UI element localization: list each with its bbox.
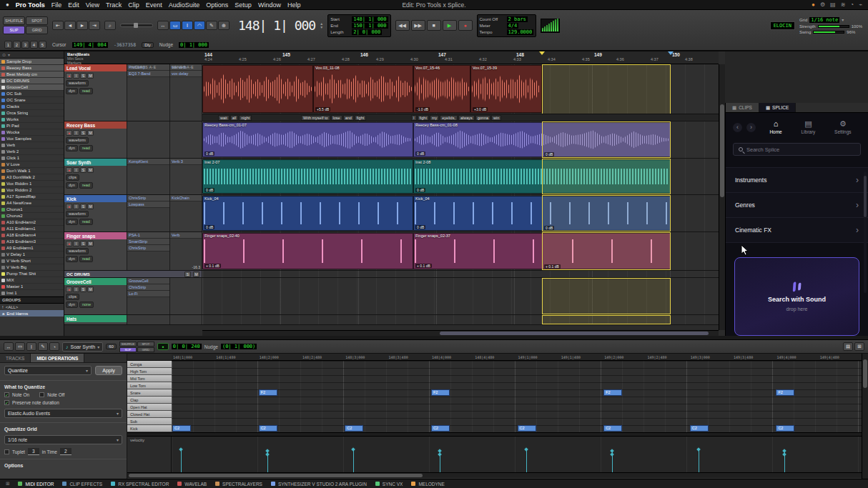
grid-caret-icon[interactable]: ▾: [842, 17, 844, 22]
insert-plugin[interactable]: SmartStrip: [127, 239, 169, 245]
automation-dyn[interactable]: dyn: [66, 219, 78, 225]
sidebar-track-chorus1[interactable]: Chorus1: [0, 206, 64, 213]
menu-audiosuite[interactable]: AudioSuite: [169, 1, 200, 9]
nav-button-3[interactable]: ⇥: [89, 21, 100, 30]
group-solo-button[interactable]: S: [184, 272, 191, 277]
zoom-preset-2[interactable]: 2: [13, 41, 21, 49]
automation-dyn[interactable]: dyn: [66, 302, 78, 308]
lyric-word[interactable]: gonna: [475, 115, 490, 121]
lyric-word[interactable]: always: [458, 115, 475, 121]
midi-note-c2[interactable]: C2: [603, 425, 622, 432]
midi-note-grid[interactable]: C2C2F2C2C2F2C2C2F2C2C2F2C2: [172, 361, 862, 432]
sends-column[interactable]: KickChain: [170, 195, 202, 231]
record-arm-button[interactable]: ●: [66, 204, 72, 209]
sidebar-track-a9-endharm1[interactable]: A9 EndHarm1: [0, 245, 64, 252]
send-slot[interactable]: vox delay: [170, 71, 202, 77]
splice-search-input[interactable]: [746, 146, 855, 153]
velocity-stem[interactable]: [784, 454, 785, 472]
drum-key-high-tom[interactable]: High Tom: [127, 368, 172, 375]
insert-plugin[interactable]: ChrisStrip: [127, 245, 169, 252]
view-selector[interactable]: waveform: [66, 248, 89, 254]
insert-plugin[interactable]: Lo-Fi: [127, 291, 169, 297]
lyric-word[interactable]: With myself to: [301, 115, 330, 121]
nav-button-1[interactable]: ◄: [64, 21, 76, 30]
edit-mode-spot[interactable]: SPOT: [26, 16, 48, 25]
main-counter[interactable]: 148| 1| 000: [234, 18, 320, 33]
length-value[interactable]: 2| 0| 000: [352, 29, 382, 35]
insert-plugin[interactable]: EQ3 7-Band: [127, 71, 169, 77]
sidebar-track-a18-endharm4[interactable]: A18 EndHarm4: [0, 232, 64, 239]
menubar-status-icon-1[interactable]: ⚙: [820, 1, 825, 8]
groups-header[interactable]: GROUPS: [0, 297, 64, 304]
inserts-column[interactable]: GrooveCellChrisStripLo-Fi: [127, 278, 170, 314]
sidebar-caret-icon[interactable]: ▾: [8, 52, 10, 57]
timeline-selection[interactable]: 0 dB: [542, 121, 671, 158]
status-tab-spectralayers[interactable]: SPECTRALAYERS: [215, 482, 262, 487]
lyric-word[interactable]: fight: [418, 115, 429, 121]
apple-menu-icon[interactable]: ●: [6, 1, 9, 8]
edit-horizontal-scrollbar[interactable]: [202, 330, 719, 336]
sidebar-track-a10-endharm2[interactable]: A10 EndHarm2: [0, 219, 64, 226]
midi-note-c2[interactable]: C2: [518, 425, 536, 432]
track-name[interactable]: Lead Vocal: [64, 64, 127, 71]
sidebar-track-inst-1[interactable]: Inst 1: [0, 290, 64, 297]
pencil-tool-icon[interactable]: ✎: [206, 21, 217, 30]
splice-nav-library[interactable]: ▤Library: [801, 120, 815, 134]
selection-start-marker[interactable]: [539, 51, 545, 55]
midi-vertical-scrollbar[interactable]: [862, 354, 868, 479]
input-monitor-button[interactable]: I: [73, 167, 79, 173]
trim-tool-icon[interactable]: ↔: [157, 21, 169, 30]
inserts-column[interactable]: KompKlent: [127, 159, 170, 194]
midi-note-f2[interactable]: F2: [776, 389, 794, 396]
options-title[interactable]: Options: [0, 459, 127, 469]
group-mute-button[interactable]: M: [193, 272, 199, 277]
track-name[interactable]: Kick: [64, 195, 127, 202]
solo-button[interactable]: S: [80, 167, 87, 173]
status-tab-sync-vx[interactable]: SYNC VX: [375, 482, 403, 487]
sidebar-track-v-verb-short[interactable]: V Verb Short: [0, 258, 64, 264]
track-name[interactable]: Hats: [64, 315, 127, 322]
ruler-timeline[interactable]: 144145146147148149150 4:244:254:264:274:…: [202, 51, 719, 64]
input-monitor-button[interactable]: I: [73, 130, 79, 136]
track-lane[interactable]: Reecey Bass-cm_01-070 dBReecey Bass-cm_0…: [202, 121, 719, 158]
track-lane[interactable]: Inst 2-070 dBInst 2-080 dB: [202, 159, 719, 194]
input-monitor-button[interactable]: I: [73, 287, 79, 292]
sidebar-track-reecey-bass[interactable]: Reecey Bass: [0, 65, 64, 71]
inserts-column[interactable]: PSA-1SmartStripChrisStrip: [127, 232, 170, 270]
solo-button[interactable]: S: [80, 241, 87, 247]
smart-tool-icon[interactable]: ⊕: [218, 21, 230, 30]
splice-forward-button[interactable]: ›: [746, 123, 756, 132]
selection-end-marker[interactable]: [668, 51, 674, 55]
track-header[interactable]: Soar Synth●ISMclipsdynread: [64, 159, 127, 194]
group-track-lane[interactable]: [202, 271, 719, 277]
timeline-ruler[interactable]: Bars|Beats Min:Secs Markers 144145146147…: [64, 51, 719, 64]
solo-button[interactable]: S: [80, 204, 87, 209]
tab-midi-operations[interactable]: MIDI OPERATIONS: [31, 354, 84, 362]
velocity-stem[interactable]: [267, 454, 268, 472]
zoom-preset-1[interactable]: 1: [4, 41, 12, 49]
splice-category-instruments[interactable]: Instruments›: [726, 168, 868, 193]
status-tab-rx-spectral-editor[interactable]: RX SPECTRAL EDITOR: [111, 482, 169, 487]
sidebar-track-vox-riddim-1[interactable]: Vox Riddim 1: [0, 181, 64, 187]
status-tab-wavelab[interactable]: WAVELAB: [177, 482, 207, 487]
sidebar-track-click-1[interactable]: Click 1: [0, 155, 64, 161]
sidebar-track-dc-drums[interactable]: DC DRUMS: [0, 78, 64, 84]
inserts-column[interactable]: [127, 315, 170, 324]
status-tab-synthesizer-v-studio-2-ara-plugin[interactable]: SYNTHESIZER V STUDIO 2 ARA PLUGIN: [271, 482, 367, 487]
drum-key-kick[interactable]: Kick: [127, 425, 172, 432]
inserts-column[interactable]: ProCompEQ3 7-Band: [127, 64, 170, 121]
sidebar-track-beat-melody-cm[interactable]: Beat Melody cm: [0, 71, 64, 78]
insert-plugin[interactable]: Lowpass: [127, 201, 169, 208]
midi-pencil-tool-icon[interactable]: ✎: [38, 342, 48, 351]
record-arm-button[interactable]: ●: [66, 73, 72, 79]
menubar-status-icon-4[interactable]: ◔: [850, 1, 854, 8]
sends-column[interactable]: [170, 315, 202, 324]
audio-clip[interactable]: Finger snaps_02-40+ 0.1 dB: [202, 233, 413, 269]
mute-button[interactable]: M: [87, 73, 94, 79]
lyric-word[interactable]: and: [343, 115, 354, 121]
mute-button[interactable]: M: [87, 130, 94, 136]
sidebar-track-pi-pad[interactable]: Pi Pad: [0, 123, 64, 129]
edit-mode-shuffle[interactable]: SHUFFLE: [3, 16, 25, 25]
audio-clip[interactable]: Inst 2-070 dB: [202, 159, 413, 194]
sidebar-track-v-delay-1[interactable]: V Delay 1: [0, 252, 64, 258]
